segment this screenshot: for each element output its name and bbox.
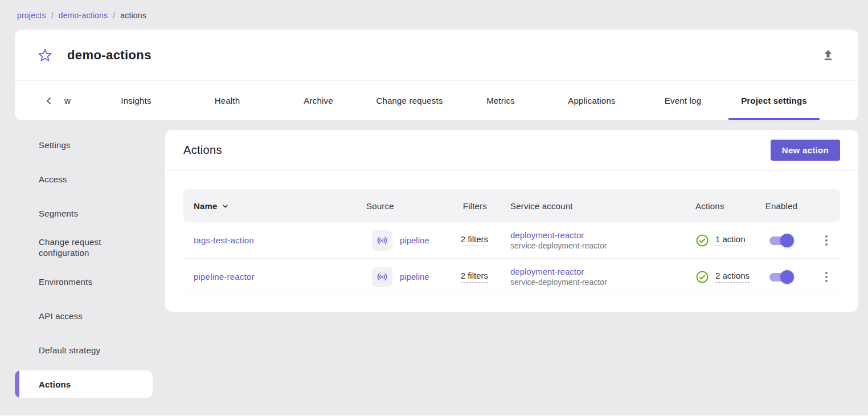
service-account-id: service-deployment-reactor	[510, 240, 676, 251]
sidebar-item-change-request-configuration[interactable]: Change request configuration	[15, 230, 153, 264]
table-row: tags-test-action pipeline 2 filters	[183, 222, 840, 259]
filters-count[interactable]: 2 filters	[461, 271, 488, 283]
sidebar-item-actions[interactable]: Actions	[15, 370, 153, 398]
column-header-actions: Actions	[676, 201, 750, 211]
source-link[interactable]: pipeline	[400, 272, 429, 282]
actions-count-cell: 2 actions	[676, 270, 750, 284]
breadcrumb: projects / demo-actions / actions	[17, 11, 146, 20]
column-header-name[interactable]: Name	[183, 201, 366, 211]
sidebar-item-access[interactable]: Access	[15, 162, 153, 196]
tab-change-requests[interactable]: Change requests	[364, 81, 455, 120]
sensors-icon	[372, 230, 392, 251]
source-cell: pipeline	[366, 230, 452, 251]
source-cell: pipeline	[366, 267, 452, 287]
actions-count[interactable]: 2 actions	[715, 271, 750, 283]
panel-title: Actions	[183, 144, 222, 157]
service-account-id: service-deployment-reactor	[510, 277, 676, 288]
filters-count[interactable]: 2 filters	[461, 234, 488, 246]
active-item-accent-bar	[15, 370, 19, 398]
page-title: demo-actions	[67, 48, 152, 63]
toggle-knob	[780, 234, 794, 247]
actions-panel: Actions New action Name Source Filters S…	[165, 130, 858, 312]
project-header-card: demo-actions w Insights Health Archive C…	[15, 30, 858, 120]
service-account-cell: deployment-reactor service-deployment-re…	[488, 266, 676, 288]
action-name-link[interactable]: pipeline-reactor	[194, 272, 255, 282]
export-button[interactable]	[821, 48, 836, 63]
sidebar-item-segments[interactable]: Segments	[15, 196, 153, 230]
chevron-left-icon	[43, 95, 55, 107]
tab-insights[interactable]: Insights	[91, 81, 182, 120]
breadcrumb-separator: /	[51, 11, 54, 20]
column-header-enabled: Enabled	[750, 201, 813, 211]
toggle-knob	[780, 270, 794, 284]
new-action-button[interactable]: New action	[771, 140, 840, 161]
service-account-link[interactable]: deployment-reactor	[510, 267, 584, 276]
breadcrumb-link-projects[interactable]: projects	[17, 11, 46, 20]
sidebar-item-api-access[interactable]: API access	[15, 299, 153, 333]
column-header-filters: Filters	[452, 201, 488, 211]
favorite-button[interactable]	[38, 48, 52, 63]
actions-table: Name Source Filters Service account Acti…	[183, 189, 840, 295]
tabs-scroll-left-button[interactable]	[40, 81, 58, 120]
check-circle-icon	[695, 270, 709, 284]
sidebar-item-default-strategy[interactable]: Default strategy	[15, 333, 153, 367]
check-circle-icon	[695, 234, 709, 247]
actions-panel-header: Actions New action	[165, 130, 858, 171]
column-header-label: Name	[194, 201, 218, 211]
table-row: pipeline-reactor pipeline 2 filters	[183, 259, 840, 295]
enabled-toggle[interactable]	[769, 270, 794, 284]
breadcrumb-link-demo-actions[interactable]: demo-actions	[59, 11, 108, 20]
enabled-cell	[750, 234, 813, 247]
star-outline-icon	[38, 48, 52, 63]
action-name-link[interactable]: tags-test-action	[194, 235, 254, 245]
kebab-menu-button[interactable]	[822, 232, 831, 249]
column-header-service-account: Service account	[488, 201, 676, 211]
service-account-cell: deployment-reactor service-deployment-re…	[488, 230, 676, 251]
tab-label: Project settings	[741, 96, 807, 105]
tab-health[interactable]: Health	[182, 81, 273, 120]
filters-cell: 2 filters	[452, 271, 488, 283]
tab-archive[interactable]: Archive	[273, 81, 364, 120]
project-header-row: demo-actions	[15, 30, 858, 80]
actions-count-cell: 1 action	[676, 234, 750, 247]
sidebar-item-environments[interactable]: Environments	[15, 264, 153, 299]
filters-cell: 2 filters	[452, 234, 488, 246]
kebab-menu-button[interactable]	[822, 268, 831, 286]
table-header-row: Name Source Filters Service account Acti…	[183, 189, 840, 222]
tab-applications[interactable]: Applications	[546, 81, 637, 120]
action-name-cell: pipeline-reactor	[183, 272, 366, 282]
breadcrumb-current: actions	[120, 11, 146, 20]
service-account-link[interactable]: deployment-reactor	[510, 230, 584, 240]
sidebar-item-settings[interactable]: Settings	[15, 128, 153, 162]
settings-sidebar: Settings Access Segments Change request …	[15, 128, 153, 401]
row-menu-cell	[813, 232, 840, 249]
actions-count[interactable]: 1 action	[715, 234, 746, 246]
bottom-strip	[0, 415, 868, 420]
action-name-cell: tags-test-action	[183, 235, 366, 245]
tab-metrics[interactable]: Metrics	[455, 81, 546, 120]
project-tabs: w Insights Health Archive Change request…	[15, 80, 858, 120]
column-header-source: Source	[366, 201, 452, 211]
chevron-down-icon	[220, 201, 230, 211]
row-menu-cell	[813, 268, 840, 286]
sidebar-item-label: Actions	[39, 379, 71, 390]
breadcrumb-separator: /	[113, 11, 115, 20]
enabled-cell	[750, 270, 813, 284]
tab-event-log[interactable]: Event log	[637, 81, 728, 120]
tab-overview-partial[interactable]: w	[58, 81, 91, 120]
upload-icon	[821, 48, 836, 63]
enabled-toggle[interactable]	[769, 234, 794, 247]
source-link[interactable]: pipeline	[400, 235, 429, 245]
active-tab-indicator	[728, 118, 820, 120]
tab-project-settings[interactable]: Project settings	[728, 81, 820, 120]
sensors-icon	[372, 267, 392, 287]
